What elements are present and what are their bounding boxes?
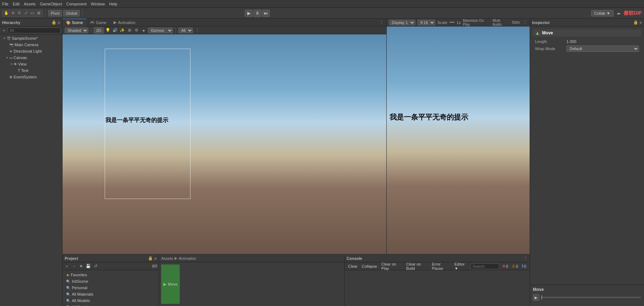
hierarchy-item-eventsystem[interactable]: ⚙ EventSystem [0, 74, 62, 80]
aspect-dropdown[interactable]: 9:16 [417, 20, 435, 25]
vfx-toggle[interactable]: ✨ [119, 28, 125, 33]
scene-toolbar: Shaded 2D 💡 🔊 ✨ ⊞ ⚙ ● Gizmos ▼ All [63, 26, 386, 34]
scene-panel-menu[interactable]: ⋮ [378, 20, 384, 25]
tab-scene[interactable]: 🎨 Scene [63, 19, 86, 26]
inspector-menu-icon[interactable]: ≡ [640, 20, 642, 25]
global-button[interactable]: Global [63, 10, 80, 16]
console-search[interactable] [471, 263, 499, 269]
clear-on-build-btn[interactable]: Clear on Build [405, 263, 429, 269]
hierarchy-item-directional-light[interactable]: ☀ Directional Light [0, 48, 62, 54]
hierarchy-item-canvas[interactable]: ▼ ▭ Canvas [0, 54, 62, 61]
breadcrumb-animation[interactable]: Animation [179, 256, 196, 261]
project-fav-prefabs[interactable]: 🔍 All Prefabs [64, 304, 157, 306]
rect-tool[interactable]: ▭ [29, 10, 35, 16]
game-viewport[interactable]: 我是一条平平无奇的提示 [387, 26, 530, 254]
tab-game[interactable]: 🎮 Game [86, 19, 110, 26]
project-add-btn[interactable]: + [64, 263, 70, 269]
project-fav-icon[interactable]: ★ [78, 263, 84, 269]
search-icon: 🔍 [66, 286, 70, 290]
light-toggle[interactable]: 💡 [105, 28, 111, 33]
hand-tool[interactable]: ✋ [4, 10, 9, 16]
multi-tool[interactable]: ⊞ [36, 10, 41, 16]
pause-button[interactable]: ⏸ [253, 10, 261, 17]
scene-viewport[interactable]: 我是一条平平无奇的提示 [63, 34, 386, 254]
all-dropdown[interactable]: All [178, 28, 193, 33]
scale-slider-area[interactable]: ━━ [450, 20, 455, 25]
collapse-btn[interactable]: Collapse [360, 263, 378, 269]
maximize-label[interactable]: Maximize On Play [463, 19, 490, 26]
project-fav-materials[interactable]: 🔍 All Materials [64, 291, 157, 297]
hierarchy-add-btn[interactable]: + [1, 28, 6, 33]
project-history-icon[interactable]: ↺ [93, 263, 98, 269]
scene-extras-1[interactable]: ⊞ [127, 28, 132, 33]
hierarchy-item-main-camera[interactable]: 📷 Main Camera [0, 42, 62, 48]
camera-icon: 📷 [9, 43, 14, 47]
menu-help[interactable]: Help [109, 2, 117, 6]
project-fav-personal[interactable]: 🔍 Personal [64, 285, 157, 291]
mute-label[interactable]: Mute Audio [492, 19, 510, 26]
scene-extras-3[interactable]: ● [141, 28, 147, 33]
stats-label[interactable]: Stats [512, 20, 520, 24]
game-tab-icon: 🎮 [90, 20, 94, 24]
hierarchy-lock-icon[interactable]: 🔒 [51, 20, 56, 25]
camera-label: Main Camera [15, 43, 38, 47]
scale-tool[interactable]: ⤢ [23, 10, 29, 16]
pivot-button[interactable]: Pivot [48, 10, 62, 16]
scene-more-btn[interactable]: ⋮ [194, 28, 200, 33]
menu-file[interactable]: File [2, 2, 9, 6]
initscene-label: InitScene [72, 279, 88, 283]
move-play-button[interactable]: ▶ [533, 294, 539, 301]
clear-btn[interactable]: Clear [347, 263, 359, 269]
hierarchy-item-text[interactable]: T Text [0, 67, 62, 74]
project-lock-icon[interactable]: 🔒 [148, 256, 153, 261]
clear-on-play-btn[interactable]: Clear on Play [380, 263, 403, 269]
error-pause-btn[interactable]: Error Pause [431, 263, 452, 269]
inspector-lock-icon[interactable]: 🔒 [633, 20, 638, 25]
project-fav-initscene[interactable]: 🔍 InitScene [64, 278, 157, 285]
project-fav-favorites[interactable]: ★ Favorites [64, 272, 157, 278]
rotate-tool[interactable]: ↻ [16, 10, 22, 16]
step-button[interactable]: ⏭ [262, 10, 270, 17]
hierarchy-item-view[interactable]: ▼ 👁 View [0, 61, 62, 67]
hierarchy-menu-icon[interactable]: ≡ [58, 20, 60, 25]
menu-assets[interactable]: Assets [24, 2, 36, 6]
move-component-icon: ▲ [535, 30, 540, 36]
menu-edit[interactable]: Edit [13, 2, 20, 6]
asset-move[interactable]: ▶ Move [161, 264, 180, 304]
console-counts: ⊗ 0 ⚠ 0 ℹ 0 [501, 264, 527, 268]
project-fav-models[interactable]: 🔍 All Models [64, 297, 157, 304]
editor-btn[interactable]: Editor ▼ [453, 263, 469, 269]
menu-component[interactable]: Component [66, 2, 86, 6]
move-timeline[interactable] [541, 297, 641, 298]
info-icon: ℹ [522, 264, 523, 268]
cloud-icon[interactable]: ☁ [616, 10, 621, 16]
length-field: Length 1.000 [533, 38, 641, 45]
move-timeline-cursor [541, 295, 542, 300]
project-save-icon[interactable]: 💾 [85, 263, 91, 269]
scene-extras-2[interactable]: ⚙ [134, 28, 139, 33]
scene-tab-bar: 🎨 Scene 🎮 Game ▶ Animation ⋮ [63, 19, 386, 26]
game-more-btn[interactable]: ⋮ [522, 20, 527, 25]
hierarchy-item-samplescene[interactable]: ▼ 🎬 SampleScene* [0, 35, 62, 42]
length-value: 1.000 [566, 39, 639, 44]
warn-icon: ⚠ [512, 264, 515, 268]
2d-button[interactable]: 2D [94, 27, 104, 34]
console-menu-icon[interactable]: ⋮ [524, 256, 527, 261]
play-button[interactable]: ▶ [245, 10, 253, 17]
gizmos-dropdown[interactable]: Gizmos ▼ [148, 28, 173, 33]
move-component-header[interactable]: ▲ Move [533, 29, 641, 37]
wrap-mode-dropdown[interactable]: Default [566, 45, 639, 52]
menu-gameobject[interactable]: GameObject [40, 2, 62, 6]
sound-toggle[interactable]: 🔊 [112, 28, 118, 33]
shading-dropdown[interactable]: Shaded [65, 28, 88, 33]
project-menu-icon[interactable]: ≡ [154, 256, 157, 261]
display-dropdown[interactable]: Display 1 [389, 20, 415, 25]
collab-button[interactable]: Collab ▼ [591, 10, 614, 16]
project-minus-btn[interactable]: − [71, 263, 77, 269]
tab-animation[interactable]: ▶ Animation [110, 19, 139, 26]
menu-window[interactable]: Window [91, 2, 105, 6]
move-tool[interactable]: ✛ [10, 10, 16, 16]
sep [91, 27, 91, 34]
hierarchy-search[interactable] [8, 28, 61, 33]
breadcrumb-assets[interactable]: Assets [161, 256, 173, 261]
